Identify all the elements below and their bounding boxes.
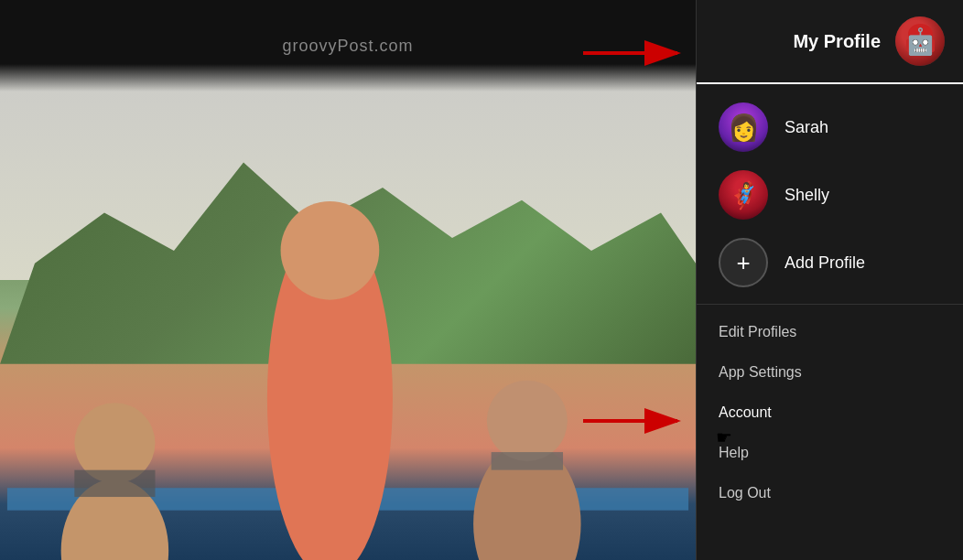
svg-point-5 [281,201,380,300]
sarah-avatar-image [719,102,768,152]
add-profile-label: Add Profile [784,253,865,273]
svg-rect-8 [492,452,563,470]
my-profile-header[interactable]: My Profile [697,0,963,84]
watermark-text: groovyPost.com [282,37,413,56]
menu-items-container: Sarah Shelly + Add Profile Edit Profiles… [697,84,963,560]
profile-item-shelly[interactable]: Shelly [697,161,963,229]
add-profile-icon: + [719,238,768,287]
shelly-avatar-image [719,170,768,220]
svg-point-7 [487,381,568,461]
add-profile-item[interactable]: + Add Profile [697,229,963,296]
log-out-link[interactable]: Log Out [697,473,963,513]
account-link[interactable]: Account [697,393,963,433]
help-link[interactable]: Help [697,433,963,473]
main-content: groovyPost.com [0,0,696,560]
cursor-pointer: ☛ [716,426,732,448]
svg-rect-3 [74,470,155,497]
antman-avatar-image [895,16,945,66]
my-profile-label: My Profile [793,31,881,52]
arrow-account-indicator [579,403,688,443]
shelly-avatar [719,170,768,220]
arrow-profile-indicator [579,35,688,75]
menu-divider [697,304,963,305]
app-settings-link[interactable]: App Settings [697,352,963,393]
profile-item-sarah[interactable]: Sarah [697,93,963,161]
edit-profiles-link[interactable]: Edit Profiles [697,312,963,352]
my-profile-avatar[interactable] [895,16,945,66]
scene-svg [0,112,696,560]
sarah-name: Sarah [784,118,828,137]
profile-dropdown: My Profile Sarah Shelly + Add Profile [696,0,963,560]
sarah-avatar [719,102,768,152]
shelly-name: Shelly [784,186,829,205]
